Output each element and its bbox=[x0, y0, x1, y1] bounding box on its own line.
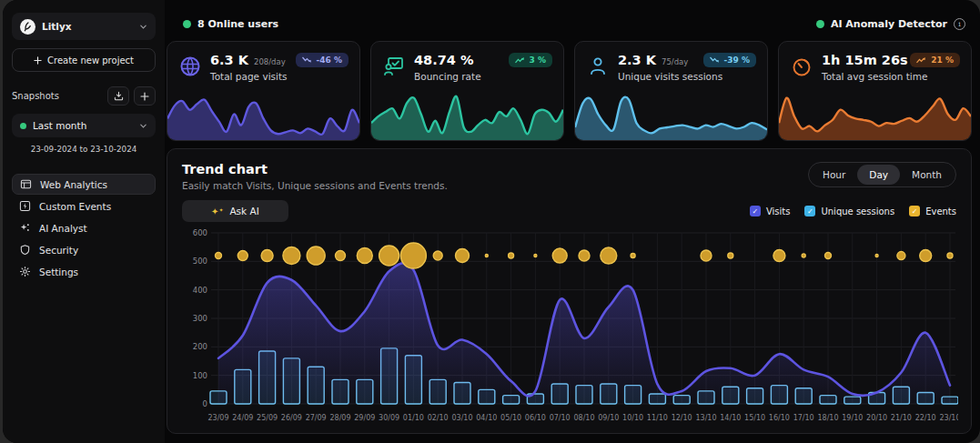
bolt-square-icon bbox=[19, 200, 31, 212]
online-users-indicator: 8 Online users bbox=[183, 18, 278, 30]
sparkline-session-time bbox=[779, 89, 971, 140]
sidebar-nav: Web Analytics Custom Events AI Analyst S… bbox=[12, 174, 156, 282]
bubble-events bbox=[920, 250, 932, 262]
events-checkbox[interactable] bbox=[909, 206, 920, 216]
x-tick-label: 28/09 bbox=[329, 414, 350, 422]
download-snapshot-button[interactable] bbox=[107, 86, 129, 106]
x-tick-label: 04/10 bbox=[476, 414, 497, 422]
y-tick-label: 200 bbox=[193, 342, 207, 351]
bubble-events bbox=[601, 247, 617, 264]
x-tick-label: 07/10 bbox=[550, 414, 571, 422]
legend-unique-sessions[interactable]: Unique sessions bbox=[804, 206, 894, 216]
x-tick-label: 25/09 bbox=[257, 414, 278, 422]
x-tick-label: 09/10 bbox=[598, 414, 619, 422]
trend-chart-svg: 010020030040050060023/0924/0925/0926/092… bbox=[182, 229, 958, 431]
x-tick-label: 24/09 bbox=[232, 414, 253, 422]
sidebar-item-label: Custom Events bbox=[39, 201, 111, 212]
x-tick-label: 16/10 bbox=[769, 414, 790, 422]
browser-icon bbox=[20, 178, 32, 190]
granularity-hour-button[interactable]: Hour bbox=[811, 165, 857, 185]
bubble-events bbox=[357, 248, 372, 264]
sidebar-item-settings[interactable]: Settings bbox=[12, 261, 156, 282]
legend-label: Unique sessions bbox=[821, 206, 894, 216]
x-tick-label: 06/10 bbox=[525, 414, 546, 422]
legend-visits[interactable]: Visits bbox=[750, 206, 791, 216]
sparkline-visits bbox=[167, 89, 359, 140]
timer-icon bbox=[790, 55, 813, 78]
sidebar-item-label: Web Analytics bbox=[40, 179, 107, 190]
online-status-dot bbox=[183, 20, 191, 28]
trend-chart-card: Trend chart Easily match Visits, Unique … bbox=[167, 148, 972, 434]
stat-card-unique-visits-sessions: 2.3 K 75/day Unique visits sessions -39 … bbox=[574, 41, 768, 141]
trend-badge: 21 % bbox=[910, 53, 960, 67]
stat-card-avg-session-time: 1h 15m 26s Total avg session time 21 % bbox=[778, 41, 972, 141]
sidebar: Litlyx Create new project Snapshots Last… bbox=[3, 0, 165, 443]
ai-sparkle-icon: ✦✦ bbox=[211, 206, 223, 216]
stat-value: 48.74 % bbox=[414, 53, 473, 67]
bubble-events bbox=[802, 254, 805, 257]
legend-events[interactable]: Events bbox=[909, 206, 956, 216]
active-period-dot bbox=[20, 123, 26, 129]
x-tick-label: 12/10 bbox=[672, 414, 692, 422]
granularity-day-button[interactable]: Day bbox=[857, 165, 900, 185]
stat-per-day: 75/day bbox=[662, 57, 688, 66]
trend-chart-area: 010020030040050060023/0924/0925/0926/092… bbox=[182, 229, 956, 435]
x-tick-label: 05/10 bbox=[500, 414, 521, 422]
stat-value: 6.3 K bbox=[210, 53, 248, 67]
user-icon bbox=[586, 55, 610, 78]
info-icon[interactable]: i bbox=[954, 18, 965, 30]
legend-label: Visits bbox=[766, 206, 791, 216]
create-new-project-button[interactable]: Create new project bbox=[12, 48, 156, 72]
plus-icon bbox=[34, 56, 42, 65]
visits-checkbox[interactable] bbox=[750, 206, 761, 216]
y-tick-label: 0 bbox=[203, 399, 207, 408]
bubble-events bbox=[631, 254, 635, 258]
bubble-events bbox=[947, 253, 953, 258]
plus-icon bbox=[140, 92, 149, 101]
stat-card-bouncing-rate: 48.74 % Bouncing rate 3 % bbox=[370, 41, 564, 141]
y-tick-label: 300 bbox=[193, 314, 207, 323]
stat-card-total-page-visits: 6.3 K 208/day Total page visits -46 % bbox=[167, 41, 360, 141]
create-new-project-label: Create new project bbox=[47, 55, 134, 65]
anomaly-detector-indicator: AI Anomaly Detector i bbox=[816, 18, 965, 30]
sidebar-item-web-analytics[interactable]: Web Analytics bbox=[12, 174, 156, 195]
sidebar-item-security[interactable]: Security bbox=[12, 239, 156, 260]
x-tick-label: 29/09 bbox=[354, 414, 375, 422]
x-tick-label: 23/10 bbox=[939, 414, 958, 422]
bubble-events bbox=[897, 252, 905, 260]
sidebar-item-custom-events[interactable]: Custom Events bbox=[12, 196, 156, 216]
bubble-events bbox=[701, 250, 712, 261]
bubble-events bbox=[456, 249, 470, 263]
x-tick-label: 23/09 bbox=[207, 414, 228, 422]
sidebar-item-ai-analyst[interactable]: AI Analyst bbox=[12, 217, 156, 238]
chevron-down-icon bbox=[139, 122, 147, 130]
trend-badge: -46 % bbox=[296, 53, 349, 67]
stat-per-day: 208/day bbox=[254, 57, 286, 66]
trend-badge-value: 21 % bbox=[931, 55, 954, 65]
x-tick-label: 27/09 bbox=[306, 414, 327, 422]
bubble-events bbox=[552, 248, 567, 263]
trend-down-icon bbox=[710, 56, 720, 64]
x-tick-label: 14/10 bbox=[720, 414, 741, 422]
snapshot-period-select[interactable]: Last month bbox=[12, 114, 156, 137]
bubble-events bbox=[433, 251, 442, 260]
project-name: Litlyx bbox=[42, 21, 133, 32]
ask-ai-button[interactable]: ✦✦ Ask AI bbox=[182, 200, 288, 222]
x-tick-label: 20/10 bbox=[866, 414, 887, 422]
add-snapshot-button[interactable] bbox=[134, 86, 156, 106]
granularity-month-button[interactable]: Month bbox=[900, 165, 954, 185]
x-tick-label: 19/10 bbox=[842, 414, 863, 422]
stat-label: Bouncing rate bbox=[414, 71, 552, 82]
bubble-events bbox=[216, 253, 222, 259]
x-tick-label: 22/10 bbox=[915, 414, 936, 422]
x-tick-label: 10/10 bbox=[622, 414, 643, 422]
stat-value: 2.3 K bbox=[618, 53, 656, 67]
project-selector[interactable]: Litlyx bbox=[12, 13, 156, 40]
stat-value: 1h 15m 26s bbox=[822, 53, 908, 67]
unique-sessions-checkbox[interactable] bbox=[804, 206, 815, 216]
trend-badge-value: 3 % bbox=[530, 55, 546, 65]
x-tick-label: 17/10 bbox=[793, 414, 814, 422]
online-users-label: 8 Online users bbox=[197, 18, 278, 30]
trend-badge: 3 % bbox=[509, 53, 552, 67]
stat-label: Unique visits sessions bbox=[618, 71, 756, 82]
